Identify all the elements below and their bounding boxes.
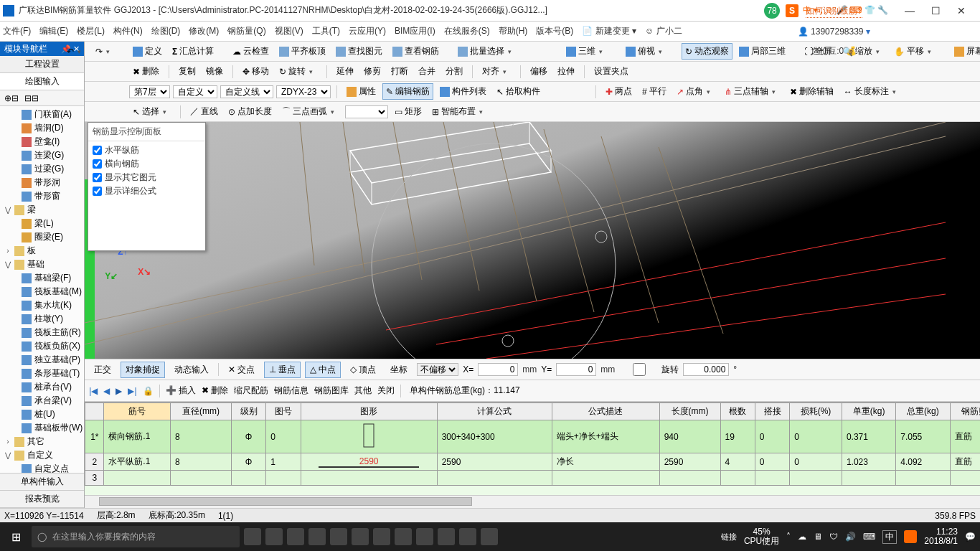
- merge-button[interactable]: 合并: [415, 63, 439, 80]
- top-view-button[interactable]: 俯视: [622, 43, 670, 60]
- sogou-tray-icon[interactable]: [904, 530, 917, 543]
- pick-elem-button[interactable]: ↖ 拾取构件: [493, 83, 544, 100]
- taskbar-app-icon[interactable]: [265, 528, 283, 545]
- expand-icon[interactable]: ⊕⊟: [4, 93, 19, 103]
- tray-ime[interactable]: 中: [882, 530, 897, 544]
- taskbar-app-icon[interactable]: [352, 528, 369, 545]
- parallel-button[interactable]: # 平行: [639, 83, 670, 100]
- menu-edit[interactable]: 编辑(E): [39, 25, 68, 37]
- guangxiaoer-button[interactable]: ☺ 广小二: [645, 25, 682, 37]
- batch-select-button[interactable]: 批量选择: [454, 43, 519, 60]
- menu-view[interactable]: 视图(V): [275, 25, 303, 37]
- taskbar-app-icon[interactable]: [244, 528, 261, 545]
- dyn-input-toggle[interactable]: 动态输入: [169, 362, 214, 378]
- nav-next[interactable]: ▶: [116, 386, 122, 396]
- select-tool[interactable]: ↖ 选择: [129, 103, 174, 120]
- sum-calc-button[interactable]: Σ 汇总计算: [169, 43, 217, 60]
- nav-first[interactable]: |◀: [89, 386, 98, 396]
- tab-project-settings[interactable]: 工程设置: [0, 56, 84, 73]
- undo-button[interactable]: ↶: [63, 44, 89, 59]
- menu-cloud[interactable]: 云应用(Y): [349, 25, 386, 37]
- snap-intersect[interactable]: ✕ 交点: [223, 362, 260, 378]
- menu-version[interactable]: 版本号(B): [536, 25, 573, 37]
- 3d-viewport[interactable]: Z↑ X↘ Y↙ 钢筋显示控制面板 水平纵筋 横向钢筋 显示其它图元 显示详细公…: [85, 122, 980, 359]
- insert-row[interactable]: ➕ 插入: [166, 385, 196, 397]
- element-tree[interactable]: 门联窗(A) 墙洞(D) 壁龛(I) 连梁(G) 过梁(G) 带形洞 带形窗 ⋁…: [0, 106, 84, 473]
- chk-other-elems[interactable]: 显示其它图元: [93, 171, 201, 184]
- tab-single-input[interactable]: 单构件输入: [0, 474, 84, 491]
- taskbar-app-icon[interactable]: [438, 528, 455, 545]
- redo-button[interactable]: ↷: [92, 44, 118, 59]
- chk-horizontal[interactable]: 水平纵筋: [93, 144, 201, 156]
- dim-button[interactable]: ↔ 长度标注: [840, 83, 904, 100]
- snap-mid[interactable]: △ 中点: [305, 362, 341, 378]
- start-button[interactable]: ⊞: [4, 525, 27, 548]
- menu-file[interactable]: 文件(F): [3, 25, 31, 37]
- mirror-button[interactable]: 镜像: [202, 63, 227, 80]
- tab-draw-input[interactable]: 绘图输入: [0, 73, 84, 90]
- y-input[interactable]: [556, 363, 596, 376]
- offset-mode[interactable]: 不偏移: [417, 363, 458, 376]
- two-point-button[interactable]: ✚ 两点: [602, 83, 636, 100]
- taskbar-app-icon[interactable]: [287, 528, 304, 545]
- taskbar-app-icon[interactable]: [395, 528, 412, 545]
- category-select[interactable]: 自定义: [173, 85, 217, 98]
- line-tool[interactable]: ／ 直线: [187, 103, 222, 120]
- tray-keyboard-icon[interactable]: ⌨: [863, 532, 875, 542]
- rotate-button[interactable]: ↻ 旋转: [275, 63, 321, 80]
- level-top-button[interactable]: 平齐板顶: [275, 43, 329, 60]
- pt-angle-button[interactable]: ↗ 点角: [673, 83, 718, 100]
- define-button[interactable]: 定义: [129, 43, 166, 60]
- taskbar-app-icon[interactable]: [373, 528, 390, 545]
- rotate-value[interactable]: [683, 363, 729, 376]
- phone-number[interactable]: 👤 13907298339 ▾: [798, 27, 870, 37]
- rect-tool[interactable]: ▭ 矩形: [391, 103, 425, 120]
- offset-button[interactable]: 偏移: [527, 63, 551, 80]
- view-rebar-button[interactable]: 查看钢筋: [389, 43, 443, 60]
- move-button[interactable]: ✥ 移动: [239, 63, 273, 80]
- tray-icon[interactable]: 🛡: [829, 532, 838, 542]
- snap-top[interactable]: ◇ 顶点: [345, 362, 381, 378]
- scale-rebar[interactable]: 缩尺配筋: [234, 385, 268, 397]
- menu-tools[interactable]: 工具(T): [312, 25, 340, 37]
- close-panel[interactable]: 关闭: [377, 385, 395, 397]
- nav-lock[interactable]: 🔒: [143, 386, 154, 396]
- code-select[interactable]: ZDYX-23: [276, 85, 331, 98]
- props-button[interactable]: 属性: [343, 83, 380, 100]
- align-button[interactable]: 对齐: [479, 63, 514, 80]
- notifications-icon[interactable]: 💬: [965, 532, 976, 542]
- faq-link[interactable]: 如何识别板筋?: [806, 5, 862, 18]
- tray-up-icon[interactable]: ˄: [786, 532, 791, 542]
- edit-rebar-button[interactable]: ✎ 编辑钢筋: [382, 83, 433, 100]
- snap-coord[interactable]: 坐标: [385, 362, 413, 378]
- rotate-toggle[interactable]: 旋转: [619, 363, 679, 376]
- ortho-toggle[interactable]: 正交: [89, 362, 116, 378]
- menu-floor[interactable]: 楼层(L): [77, 25, 105, 37]
- rebar-lib[interactable]: 钢筋图库: [314, 385, 349, 397]
- table-scrollbar[interactable]: [85, 495, 980, 508]
- set-point-button[interactable]: 设置夹点: [590, 63, 632, 80]
- taskbar-app-icon[interactable]: [416, 528, 433, 545]
- 3d-button[interactable]: 三维: [562, 43, 611, 60]
- floor-select[interactable]: 第7层: [129, 85, 170, 98]
- taskbar-app-icon[interactable]: [459, 528, 476, 545]
- menu-help[interactable]: 帮助(H): [499, 25, 528, 37]
- screen-rotate-button[interactable]: 屏幕旋转: [951, 43, 980, 60]
- nav-last[interactable]: ▶|: [128, 386, 136, 396]
- stretch-button[interactable]: 拉伸: [554, 63, 578, 80]
- rebar-info[interactable]: 钢筋信息: [274, 385, 308, 397]
- collapse-icon[interactable]: ⊟⊟: [24, 93, 39, 103]
- split-button[interactable]: 分割: [442, 63, 466, 80]
- link-label[interactable]: 链接: [721, 532, 737, 542]
- osnap-toggle[interactable]: 对象捕捉: [121, 362, 165, 378]
- rebar-display-panel[interactable]: 钢筋显示控制面板 水平纵筋 横向钢筋 显示其它图元 显示详细公式: [88, 122, 206, 251]
- type-select[interactable]: 自定义线: [220, 85, 273, 98]
- menu-rebarqty[interactable]: 钢筋量(Q): [227, 25, 265, 37]
- cpu-meter[interactable]: 45%CPU使用: [744, 527, 779, 546]
- draw-options[interactable]: [345, 105, 388, 118]
- break-button[interactable]: 打断: [387, 63, 412, 80]
- arc3-tool[interactable]: ⌒ 三点画弧: [278, 103, 342, 120]
- rebar-table-wrap[interactable]: 筋号 直径(mm) 级别 图号 图形 计算公式 公式描述 长度(mm) 根数 搭…: [85, 402, 980, 495]
- menu-modify[interactable]: 修改(M): [189, 25, 219, 37]
- menu-online[interactable]: 在线服务(S): [444, 25, 490, 37]
